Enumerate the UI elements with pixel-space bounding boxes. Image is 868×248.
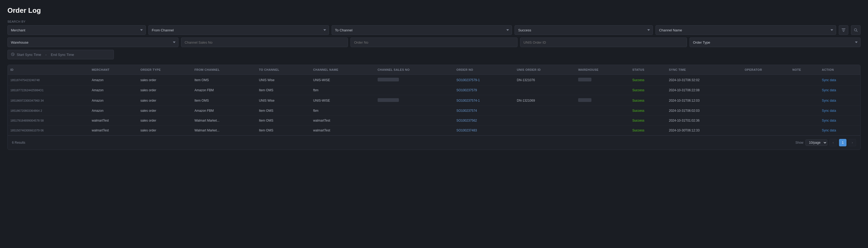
search-icon-btn[interactable] (851, 25, 861, 35)
sync-data-link[interactable]: Sync data (822, 119, 836, 122)
cell-order-no: SO100237574-1 (454, 95, 514, 106)
col-note: NOTE (790, 65, 819, 75)
cell-id: 185150746300661079 06 (8, 126, 89, 135)
order-no-link[interactable]: SO100237574 (456, 109, 477, 113)
cell-note (790, 126, 819, 135)
col-id: ID (8, 65, 89, 75)
order-no-link[interactable]: SO100237562 (456, 119, 477, 122)
svg-rect-2 (843, 31, 844, 32)
cell-order-type: sales order (138, 75, 192, 85)
cell-id: 185186720803364864 2 (8, 106, 89, 116)
pagination: Show 10/page ‹ 1 › (796, 139, 856, 146)
order-no-link[interactable]: SO100237574-1 (456, 99, 480, 102)
cell-operator (742, 126, 790, 135)
channel-sales-no-input[interactable] (181, 37, 348, 47)
page-size-select[interactable]: 10/page (806, 140, 827, 146)
order-no-link[interactable]: SO100237483 (456, 128, 477, 132)
sync-data-link[interactable]: Sync data (822, 99, 836, 102)
next-page-btn[interactable]: › (848, 139, 856, 146)
filter-row-2: Warehouse Order Type (7, 37, 861, 47)
svg-rect-0 (842, 28, 845, 29)
svg-line-7 (13, 54, 13, 55)
start-sync-time-label: Start Sync Time (17, 53, 41, 57)
cell-note (790, 85, 819, 95)
col-from-channel: FROM CHANNEL (192, 65, 256, 75)
search-icon (854, 28, 858, 32)
cell-action: Sync data (819, 85, 860, 95)
to-channel-select[interactable]: To Channel (332, 25, 512, 35)
cell-unis-order-id: DN-1321069 (514, 95, 576, 106)
cell-sync-time: 2024-10-31T06:02:03 (666, 106, 742, 116)
col-merchant: MERCHANT (89, 65, 138, 75)
cell-from-channel: Walmart Market... (192, 116, 256, 126)
chevron-right-icon: › (852, 141, 853, 145)
cell-to-channel: UNIS Wise (256, 75, 311, 85)
status-select[interactable]: Success (515, 25, 653, 35)
order-log-table: ID MERCHANT ORDER TYPE FROM CHANNEL TO C… (8, 65, 860, 135)
cell-operator (742, 85, 790, 95)
channel-name-select[interactable]: Channel Name (655, 25, 836, 35)
cell-sync-time: 2024-10-30T06:12:33 (666, 126, 742, 135)
cell-action: Sync data (819, 95, 860, 106)
cell-to-channel: UNIS Wise (256, 95, 311, 106)
cell-order-type: sales order (138, 116, 192, 126)
order-no-link[interactable]: SO100237579 (456, 88, 477, 92)
sync-data-link[interactable]: Sync data (822, 128, 836, 132)
current-page[interactable]: 1 (839, 139, 846, 146)
cell-status: Success (630, 116, 666, 126)
cell-channel-sales-no (375, 95, 454, 106)
cell-sync-time: 2024-10-31T06:22:08 (666, 85, 742, 95)
cell-from-channel: Item OMS (192, 95, 256, 106)
cell-sync-time: 2024-10-31T06:12:03 (666, 95, 742, 106)
order-no-input[interactable] (350, 37, 517, 47)
cell-unis-order-id (514, 106, 576, 116)
sync-time-container[interactable]: Start Sync Time - End Sync Time (7, 50, 114, 59)
cell-channel-sales-no (375, 85, 454, 95)
cell-sync-time: 2024-10-31T01:02:36 (666, 116, 742, 126)
cell-operator (742, 75, 790, 85)
cell-warehouse (576, 75, 629, 85)
sync-time-row: Start Sync Time - End Sync Time (7, 50, 861, 59)
results-count: 6 Results (12, 141, 25, 145)
cell-order-no: SO100237574 (454, 106, 514, 116)
blurred-warehouse (578, 98, 591, 102)
cell-merchant: Amazon (89, 75, 138, 85)
cell-channel-name: fbm (311, 85, 375, 95)
cell-order-no: SO100237483 (454, 126, 514, 135)
cell-status: Success (630, 106, 666, 116)
merchant-select[interactable]: Merchant (7, 25, 146, 35)
sync-time-separator: - (43, 53, 49, 57)
unis-order-id-input[interactable] (520, 37, 687, 47)
sync-data-link[interactable]: Sync data (822, 78, 836, 82)
cell-merchant: Amazon (89, 95, 138, 106)
cell-status: Success (630, 126, 666, 135)
cell-channel-name: fbm (311, 106, 375, 116)
table-row: 185186972300347960 34 Amazon sales order… (8, 95, 860, 106)
prev-page-btn[interactable]: ‹ (830, 139, 837, 146)
from-channel-select[interactable]: From Channel (148, 25, 329, 35)
chevron-left-icon: ‹ (833, 141, 834, 145)
cell-status: Success (630, 75, 666, 85)
cell-order-no: SO100237579-1 (454, 75, 514, 85)
cell-action: Sync data (819, 126, 860, 135)
order-type-select[interactable]: Order Type (689, 37, 861, 47)
cell-order-type: sales order (138, 106, 192, 116)
table-row: 185150746300661079 06 walmartTest sales … (8, 126, 860, 135)
cell-note (790, 75, 819, 85)
cell-sync-time: 2024-10-31T06:32:02 (666, 75, 742, 85)
filter-icon-btn[interactable] (839, 25, 848, 35)
cell-operator (742, 116, 790, 126)
table-row: 185187722624425984O1 Amazon sales order … (8, 85, 860, 95)
order-no-link[interactable]: SO100237579-1 (456, 78, 480, 82)
sync-data-link[interactable]: Sync data (822, 109, 836, 113)
cell-channel-name: UNIS-WISE (311, 95, 375, 106)
cell-merchant: walmartTest (89, 116, 138, 126)
cell-from-channel: Amazon FBM (192, 106, 256, 116)
sync-data-link[interactable]: Sync data (822, 88, 836, 92)
cell-note (790, 95, 819, 106)
col-channel-name: CHANNEL NAME (311, 65, 375, 75)
col-status: STATUS (630, 65, 666, 75)
end-sync-time-label: End Sync Time (51, 53, 74, 57)
cell-action: Sync data (819, 75, 860, 85)
warehouse-select[interactable]: Warehouse (7, 37, 179, 47)
